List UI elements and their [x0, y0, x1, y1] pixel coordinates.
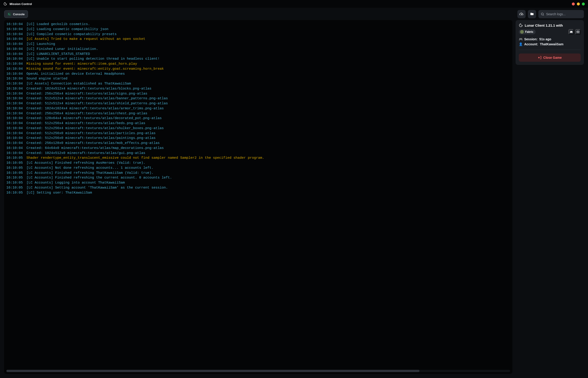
svg-point-4	[577, 31, 578, 32]
log-message: Created: 1024x512x4 minecraft:textures/a…	[27, 86, 151, 91]
log-line: 16:10:05[LC Accounts] Logging into accou…	[6, 180, 510, 185]
sidebar-panel: Lunar Client 1.21.1 with Fabric	[516, 20, 584, 65]
app-window: Mission Control Console	[0, 0, 588, 378]
moon-icon	[519, 23, 523, 27]
toolbar-left: Console	[4, 10, 28, 18]
log-timestamp: 16:10:05	[6, 175, 23, 180]
log-timestamp: 16:10:04	[6, 61, 23, 67]
window-minimize-button[interactable]	[577, 2, 580, 5]
svg-point-2	[541, 13, 543, 15]
log-line: 16:10:04Created: 512x256x4 minecraft:tex…	[6, 126, 510, 131]
log-line: 16:10:04Created: 512x256x0 minecraft:tex…	[6, 131, 510, 136]
log-line: 16:10:04Created: 512x512x4 minecraft:tex…	[6, 101, 510, 106]
exit-icon	[538, 56, 542, 59]
log-message: [LC Accounts] Setting account 'ThatKawai…	[27, 185, 168, 190]
log-line: 16:10:05[LC Accounts] Finished refreshin…	[6, 171, 510, 176]
log-timestamp: 16:10:04	[6, 91, 23, 96]
log-timestamp: 16:10:05	[6, 171, 23, 176]
account-row: 👤 Account: ThatKawaiiSam	[519, 42, 581, 46]
log-message: Created: 256x256x4 minecraft:textures/at…	[27, 111, 147, 116]
cloud-icon	[570, 30, 573, 33]
log-line: 16:10:04[LC] Launching	[6, 42, 510, 47]
log-timestamp: 16:10:04	[6, 32, 23, 37]
log-line: 16:10:04OpenAL initialized on device Ext…	[6, 71, 510, 77]
log-timestamp: 16:10:04	[6, 71, 23, 77]
session-row: 🎮 Session: 51s ago	[519, 37, 581, 41]
log-line: 16:10:04[LC] Unable to start polling det…	[6, 56, 510, 61]
log-message: [LC] Finished Lunar initialization.	[27, 47, 98, 52]
log-line: 16:10:04Created: 512x256x0 minecraft:tex…	[6, 136, 510, 141]
window-close-button[interactable]	[572, 2, 575, 5]
log-view[interactable]: 16:10:04[LC] Loaded geckolib cosmetics.1…	[4, 20, 512, 369]
log-message: Created: 1024x512x0 minecraft:textures/a…	[27, 151, 145, 156]
visibility-button[interactable]	[575, 29, 581, 35]
log-message: Created: 512x256x0 minecraft:textures/at…	[27, 136, 156, 141]
log-message: Created: 512x256x4 minecraft:textures/at…	[27, 121, 145, 126]
log-message: [LC Accounts] Not done refreshing accoun…	[27, 165, 153, 171]
game-title: Lunar Client 1.21.1 with	[525, 24, 563, 27]
log-line: 16:10:05[LC] Setting user: ThatKawaiiSam	[6, 190, 510, 195]
log-message: Created: 64x64x0 minecraft:textures/atla…	[27, 146, 164, 151]
folder-icon	[530, 12, 534, 16]
log-line: 16:10:04Created: 1024x512x4 minecraft:te…	[6, 86, 510, 91]
cloud-upload-icon	[520, 12, 523, 16]
window-controls	[572, 2, 585, 5]
log-message: [LC] Unable to start polling detection t…	[27, 56, 160, 61]
log-line: 16:10:04[LC] LUNARCLIENT_STATUS_STARTED	[6, 52, 510, 57]
log-message: [LC] Setting user: ThatKawaiiSam	[27, 190, 92, 195]
open-folder-button[interactable]	[528, 10, 536, 18]
log-message: Created: 512x256x0 minecraft:textures/at…	[27, 131, 156, 136]
upload-button[interactable]	[517, 10, 526, 18]
log-message: Created: 256x256x4 minecraft:textures/at…	[27, 91, 147, 96]
log-line: 16:10:05[LC Accounts] Finished refreshin…	[6, 161, 510, 165]
search-icon	[541, 12, 544, 16]
search-input[interactable]	[546, 12, 582, 16]
avatar-icon: 👤	[519, 42, 522, 46]
account-label: Account:	[524, 42, 538, 46]
log-line: 16:10:05[LC Accounts] Not done refreshin…	[6, 165, 510, 171]
log-timestamp: 16:10:04	[6, 116, 23, 121]
log-message: Created: 512x512x4 minecraft:textures/at…	[27, 96, 168, 101]
log-timestamp: 16:10:04	[6, 121, 23, 126]
app-logo-icon	[3, 2, 7, 6]
horizontal-scrollbar[interactable]	[6, 370, 510, 372]
console-tab-button[interactable]: Console	[4, 10, 28, 18]
divider	[519, 50, 581, 50]
log-line: 16:10:04Created: 512x512x4 minecraft:tex…	[6, 96, 510, 101]
terminal-icon	[8, 12, 11, 16]
session-value: 51s ago	[539, 37, 551, 41]
log-timestamp: 16:10:05	[6, 180, 23, 185]
console-panel: 16:10:04[LC] Loaded geckolib cosmetics.1…	[4, 20, 512, 374]
log-timestamp: 16:10:04	[6, 106, 23, 111]
window-maximize-button[interactable]	[582, 2, 585, 5]
close-game-button[interactable]: Close Game	[519, 54, 581, 62]
log-line: 16:10:04[LC] Compiled cosmetic compatabi…	[6, 32, 510, 37]
app-title: Mission Control	[10, 2, 32, 6]
titlebar-left: Mission Control	[3, 2, 32, 6]
log-timestamp: 16:10:04	[6, 146, 23, 151]
log-message: [LC] Loaded geckolib cosmetics.	[27, 22, 90, 27]
log-line: 16:10:04Created: 1024x512x0 minecraft:te…	[6, 151, 510, 156]
log-timestamp: 16:10:04	[6, 52, 23, 57]
account-value: ThatKawaiiSam	[540, 42, 563, 46]
log-message: Shader rendertype_entity_translucent_emi…	[27, 156, 264, 161]
sidebar-header: Lunar Client 1.21.1 with Fabric	[519, 23, 581, 35]
search-field[interactable]	[538, 10, 584, 18]
log-message: Created: 128x64x4 minecraft:textures/atl…	[27, 116, 162, 121]
sidebar-meta: 🎮 Session: 51s ago 👤 Account: ThatKawaii…	[519, 37, 581, 46]
log-timestamp: 16:10:04	[6, 81, 23, 86]
log-line: 16:10:05[LC Accounts] Setting account 'T…	[6, 185, 510, 190]
log-timestamp: 16:10:04	[6, 86, 23, 91]
log-timestamp: 16:10:04	[6, 22, 23, 27]
log-line: 16:10:04[LC Assets] Tried to make a requ…	[6, 37, 510, 42]
eye-icon	[576, 30, 580, 33]
log-line: 16:10:04[LC] Loading cosmetic compatibil…	[6, 27, 510, 32]
cloud-button[interactable]	[568, 29, 574, 35]
log-line: 16:10:05Shader rendertype_entity_translu…	[6, 156, 510, 161]
log-line: 16:10:05[LC Accounts] Finished refreshin…	[6, 175, 510, 180]
svg-line-3	[543, 15, 544, 15]
log-line: 16:10:04Sound engine started	[6, 76, 510, 81]
log-line: 16:10:04Created: 1024x1024x4 minecraft:t…	[6, 106, 510, 111]
horizontal-scrollbar-thumb[interactable]	[6, 370, 419, 372]
log-message: Sound engine started	[27, 76, 67, 81]
